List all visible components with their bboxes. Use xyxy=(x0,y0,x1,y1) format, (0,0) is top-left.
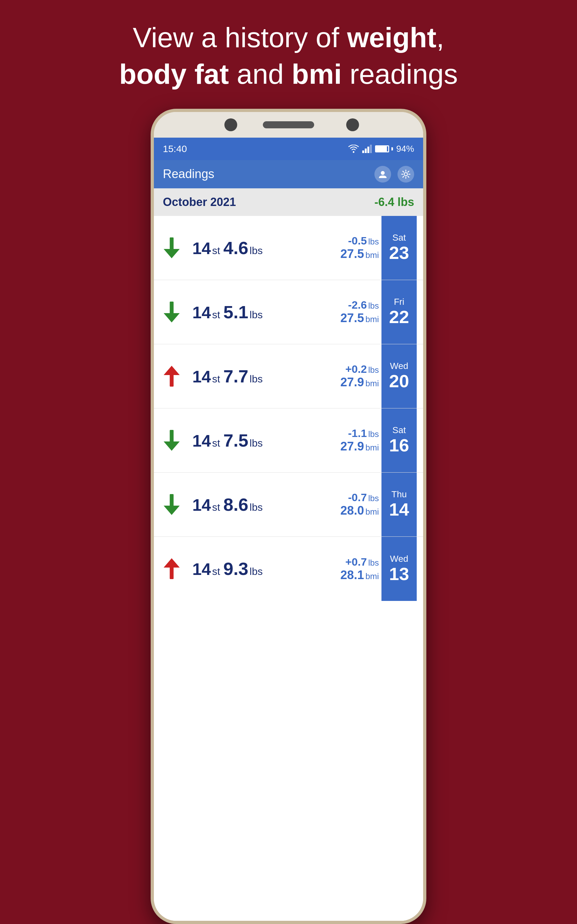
profile-button[interactable] xyxy=(374,166,391,183)
status-time: 15:40 xyxy=(163,144,187,154)
direction-icon xyxy=(160,494,183,515)
arrow-down-icon xyxy=(163,237,181,258)
svg-rect-2 xyxy=(365,149,367,153)
weight-reading: 14 st 7.7 lbs xyxy=(183,366,321,387)
arrow-down-icon xyxy=(163,302,181,322)
profile-icon xyxy=(378,170,387,179)
direction-icon xyxy=(160,558,183,579)
table-row[interactable]: 14 st 5.1 lbs -2.6 lbs 27.5 bmi xyxy=(154,280,423,344)
change-col: -0.5 lbs 27.5 bmi xyxy=(321,234,382,261)
date-badge: Wed 13 xyxy=(382,537,417,601)
svg-marker-10 xyxy=(163,313,179,322)
month-title: October 2021 xyxy=(163,195,236,209)
direction-icon xyxy=(160,237,183,258)
battery-percentage: 94% xyxy=(396,144,414,154)
readings-list: 14 st 4.6 lbs -0.5 lbs 27.5 bmi xyxy=(154,216,423,921)
change-col: +0.2 lbs 27.9 bmi xyxy=(321,363,382,389)
change-col: -1.1 lbs 27.9 bmi xyxy=(321,427,382,453)
svg-rect-15 xyxy=(169,494,173,506)
svg-rect-3 xyxy=(367,147,369,153)
date-badge: Thu 14 xyxy=(382,473,417,536)
table-row[interactable]: 14 st 9.3 lbs +0.7 lbs 28.1 bmi xyxy=(154,537,423,601)
weight-reading: 14 st 9.3 lbs xyxy=(183,558,321,579)
table-row[interactable]: 14 st 7.7 lbs +0.2 lbs 27.9 bmi xyxy=(154,344,423,409)
month-header: October 2021 -6.4 lbs xyxy=(154,188,423,216)
signal-icon xyxy=(362,145,372,153)
status-bar: 15:40 xyxy=(154,137,423,160)
phone-mockup: 15:40 xyxy=(151,109,426,924)
weight-reading: 14 st 4.6 lbs xyxy=(183,237,321,258)
direction-icon xyxy=(160,430,183,451)
svg-rect-1 xyxy=(362,150,364,153)
table-row[interactable]: 14 st 8.6 lbs -0.7 lbs 28.0 bmi xyxy=(154,473,423,537)
svg-marker-17 xyxy=(163,558,179,567)
change-col: -0.7 lbs 28.0 bmi xyxy=(321,491,382,517)
wifi-icon xyxy=(348,145,359,153)
phone-camera-right xyxy=(346,118,359,131)
phone-camera-left xyxy=(224,118,237,131)
arrow-up-icon xyxy=(163,558,181,579)
svg-point-0 xyxy=(353,151,354,153)
date-badge: Fri 22 xyxy=(382,280,417,344)
arrow-up-icon xyxy=(163,366,181,387)
arrow-down-icon xyxy=(163,430,181,451)
app-bar: Readings xyxy=(154,160,423,188)
arrow-down-icon xyxy=(163,494,181,515)
month-change: -6.4 lbs xyxy=(374,195,414,209)
date-badge: Wed 20 xyxy=(382,344,417,408)
svg-rect-18 xyxy=(169,567,173,579)
status-icons: 94% xyxy=(348,144,414,154)
svg-marker-16 xyxy=(163,506,179,515)
svg-rect-12 xyxy=(169,375,173,387)
svg-rect-13 xyxy=(169,430,173,442)
svg-marker-11 xyxy=(163,366,179,375)
weight-reading: 14 st 7.5 lbs xyxy=(183,430,321,451)
battery-icon xyxy=(375,145,393,152)
phone-screen: 15:40 xyxy=(154,137,423,921)
svg-marker-14 xyxy=(163,441,179,451)
gear-icon xyxy=(401,170,411,179)
date-badge: Sat 23 xyxy=(382,216,417,280)
date-badge: Sat 16 xyxy=(382,409,417,472)
svg-marker-8 xyxy=(163,249,179,258)
app-bar-title: Readings xyxy=(163,167,214,181)
app-bar-icons xyxy=(374,166,414,183)
direction-icon xyxy=(160,366,183,387)
change-col: +0.7 lbs 28.1 bmi xyxy=(321,556,382,582)
svg-rect-4 xyxy=(370,145,372,153)
direction-icon xyxy=(160,302,183,322)
table-row[interactable]: 14 st 7.5 lbs -1.1 lbs 27.9 bmi xyxy=(154,409,423,473)
svg-rect-9 xyxy=(169,302,173,314)
svg-rect-7 xyxy=(169,237,173,250)
weight-reading: 14 st 5.1 lbs xyxy=(183,302,321,322)
table-row[interactable]: 14 st 4.6 lbs -0.5 lbs 27.5 bmi xyxy=(154,216,423,280)
settings-button[interactable] xyxy=(398,166,414,183)
svg-point-5 xyxy=(381,171,385,175)
weight-reading: 14 st 8.6 lbs xyxy=(183,494,321,515)
phone-top-bar xyxy=(154,112,423,137)
headline: View a history of weight, body fat and b… xyxy=(0,0,577,109)
phone-speaker xyxy=(263,121,314,128)
svg-point-6 xyxy=(404,173,408,176)
change-col: -2.6 lbs 27.5 bmi xyxy=(321,299,382,325)
